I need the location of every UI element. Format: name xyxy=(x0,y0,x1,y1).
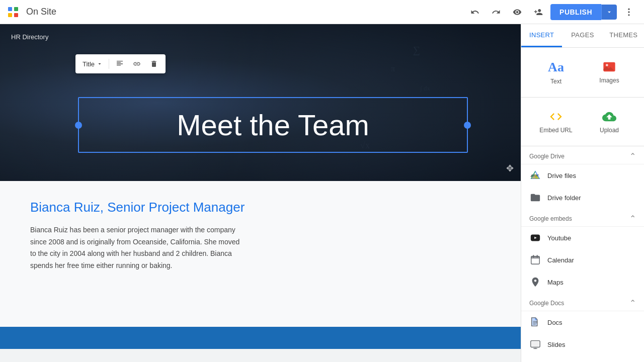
person-bio: Bianca Ruiz has been a senior project ma… xyxy=(30,224,242,272)
svg-point-9 xyxy=(606,64,608,66)
google-embeds-title: Google embeds xyxy=(529,215,572,222)
footer-bar xyxy=(0,327,521,349)
drive-files-label: Drive files xyxy=(547,172,576,179)
docs-item[interactable]: Docs xyxy=(521,311,644,333)
panel-tabs: INSERT PAGES THEMES xyxy=(521,24,644,48)
right-panel: INSERT PAGES THEMES Aa Text Images xyxy=(521,24,644,362)
images-label: Images xyxy=(599,77,619,84)
upload-icon xyxy=(602,110,616,124)
google-docs-section-header: Google Docs ⌃ xyxy=(521,293,644,311)
publish-dropdown-button[interactable] xyxy=(601,5,617,20)
svg-rect-4 xyxy=(14,13,18,17)
svg-rect-2 xyxy=(14,7,18,11)
resize-handle-right[interactable] xyxy=(464,122,471,129)
tab-pages[interactable]: PAGES xyxy=(562,24,603,47)
hero-section: ∑ π ∫ dx √x HR Directory Title xyxy=(0,24,521,181)
calendar-label: Calendar xyxy=(547,256,574,264)
embed-url-icon xyxy=(549,110,563,124)
insert-text-item[interactable]: Aa Text xyxy=(529,54,583,91)
hero-text-box[interactable]: Meet the Team xyxy=(78,97,468,153)
google-embeds-toggle[interactable]: ⌃ xyxy=(629,214,636,223)
upload-label: Upload xyxy=(600,127,619,134)
drive-files-item[interactable]: Drive files xyxy=(521,164,644,187)
google-drive-section-header: Google Drive ⌃ xyxy=(521,146,644,164)
site-title: On Site xyxy=(26,7,462,17)
youtube-item[interactable]: Youtube xyxy=(521,227,644,249)
more-options-button[interactable] xyxy=(620,3,638,21)
text-style-button[interactable]: Title xyxy=(79,58,106,70)
slides-icon xyxy=(529,338,541,350)
google-docs-toggle[interactable]: ⌃ xyxy=(629,298,636,308)
maps-icon xyxy=(529,276,541,288)
youtube-label: Youtube xyxy=(547,234,571,242)
google-drive-title: Google Drive xyxy=(529,153,565,160)
insert-link-button[interactable] xyxy=(129,56,144,71)
undo-button[interactable] xyxy=(466,3,484,21)
google-drive-toggle[interactable]: ⌃ xyxy=(629,151,636,161)
images-icon xyxy=(602,60,616,74)
text-icon: Aa xyxy=(548,60,564,75)
tab-themes[interactable]: THEMES xyxy=(603,24,644,47)
text-toolbar: Title xyxy=(75,54,166,73)
move-icon: ✥ xyxy=(506,163,514,174)
maps-item[interactable]: Maps xyxy=(521,271,644,293)
calendar-item[interactable]: Calendar xyxy=(521,249,644,271)
insert-top-grid: Aa Text Images xyxy=(521,48,644,98)
person-name: Bianca Ruiz, Senior Project Manager xyxy=(30,199,503,216)
text-label: Text xyxy=(550,78,561,85)
tab-insert[interactable]: INSERT xyxy=(521,24,562,47)
docs-label: Docs xyxy=(547,319,562,326)
google-docs-title: Google Docs xyxy=(529,300,564,307)
docs-icon xyxy=(529,316,541,328)
svg-point-5 xyxy=(628,8,629,10)
publish-button-group: PUBLISH xyxy=(550,4,617,20)
canvas-area[interactable]: ∑ π ∫ dx √x HR Directory Title xyxy=(0,24,521,362)
main-layout: ∑ π ∫ dx √x HR Directory Title xyxy=(0,24,644,362)
google-sites-logo xyxy=(6,5,20,19)
youtube-icon xyxy=(529,232,541,244)
drive-files-icon xyxy=(529,169,541,182)
drive-folder-icon xyxy=(529,192,541,204)
svg-rect-1 xyxy=(8,7,12,11)
share-button[interactable] xyxy=(529,3,547,21)
insert-upload-item[interactable]: Upload xyxy=(583,104,636,140)
drive-folder-label: Drive folder xyxy=(547,194,581,202)
calendar-icon xyxy=(529,254,541,266)
hero-title: Meet the Team xyxy=(177,108,369,142)
svg-rect-16 xyxy=(531,256,540,259)
slides-label: Slides xyxy=(547,341,565,348)
maps-label: Maps xyxy=(547,279,564,286)
redo-button[interactable] xyxy=(487,3,505,21)
svg-rect-24 xyxy=(532,342,539,346)
publish-button[interactable]: PUBLISH xyxy=(550,4,601,20)
insert-embed-url-item[interactable]: Embed URL xyxy=(529,104,583,140)
svg-rect-0 xyxy=(6,5,20,19)
svg-point-7 xyxy=(628,14,629,16)
hero-site-label: HR Directory xyxy=(11,33,48,41)
topbar-actions: PUBLISH xyxy=(466,3,638,21)
embed-url-label: Embed URL xyxy=(539,127,572,134)
resize-handle-left[interactable] xyxy=(75,122,82,129)
drive-folder-item[interactable]: Drive folder xyxy=(521,187,644,209)
delete-button[interactable] xyxy=(146,56,162,71)
insert-embed-grid: Embed URL Upload xyxy=(521,98,644,146)
topbar: On Site PUBLISH xyxy=(0,0,644,24)
svg-point-6 xyxy=(628,11,629,13)
content-section: Bianca Ruiz, Senior Project Manager Bian… xyxy=(0,181,521,327)
insert-images-item[interactable]: Images xyxy=(583,54,636,91)
preview-button[interactable] xyxy=(508,3,526,21)
toolbar-divider xyxy=(109,59,109,69)
svg-rect-3 xyxy=(8,13,12,17)
google-embeds-section-header: Google embeds ⌃ xyxy=(521,209,644,227)
slides-item[interactable]: Slides xyxy=(521,333,644,355)
text-style-label: Title xyxy=(83,60,95,68)
align-text-button[interactable] xyxy=(112,56,127,71)
